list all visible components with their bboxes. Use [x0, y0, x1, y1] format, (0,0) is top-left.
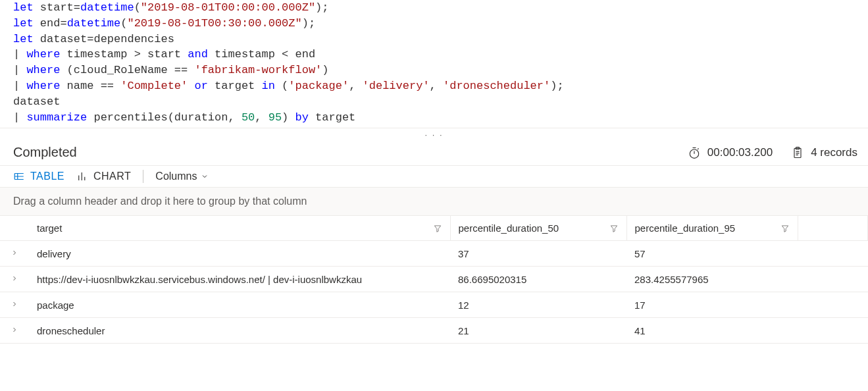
chart-icon — [76, 170, 88, 182]
splitter-handle[interactable]: · · · — [0, 128, 868, 141]
tab-chart[interactable]: CHART — [76, 170, 131, 182]
tab-chart-label: CHART — [93, 170, 131, 182]
chevron-right-icon — [11, 326, 18, 334]
expand-row-toggle[interactable] — [0, 241, 29, 267]
columns-picker[interactable]: Columns — [155, 170, 209, 182]
toolbar-separator — [143, 170, 143, 183]
cell-pad — [798, 292, 868, 318]
chevron-down-icon — [201, 172, 209, 180]
group-drop-zone[interactable]: Drag a column header and drop it here to… — [0, 188, 868, 216]
results-table: target percentile_duration_50 percentile… — [0, 216, 868, 344]
col-header-p95-label: percentile_duration_95 — [635, 222, 736, 234]
cell-pad — [798, 318, 868, 344]
tab-table-label: TABLE — [30, 170, 64, 182]
col-header-target-label: target — [37, 222, 62, 234]
clipboard-icon — [791, 146, 804, 159]
table-icon — [13, 170, 25, 182]
filter-icon[interactable] — [433, 224, 442, 233]
cell-pad — [798, 241, 868, 267]
header-row: target percentile_duration_50 percentile… — [0, 216, 868, 241]
cell-p95: 283.4255577965 — [626, 267, 798, 292]
cell-pad — [798, 267, 868, 292]
cell-p50: 21 — [450, 318, 626, 344]
filter-icon[interactable] — [780, 224, 790, 233]
record-count-value: 4 records — [811, 146, 857, 159]
table-row[interactable]: https://dev-i-iuosnlbwkzkau.servicebus.w… — [0, 267, 868, 292]
cell-p95: 41 — [626, 318, 798, 344]
query-status-label: Completed — [13, 145, 77, 160]
record-count: 4 records — [791, 146, 857, 159]
expand-row-toggle[interactable] — [0, 267, 29, 292]
cell-p50: 12 — [450, 292, 626, 318]
chevron-right-icon — [11, 300, 18, 308]
cell-target: package — [29, 292, 450, 318]
filter-icon[interactable] — [609, 224, 619, 233]
table-row[interactable]: dronescheduler2141 — [0, 318, 868, 344]
table-row[interactable]: delivery3757 — [0, 241, 868, 267]
query-duration: 00:00:03.200 — [688, 146, 773, 159]
expand-row-toggle[interactable] — [0, 318, 29, 344]
col-header-p50-label: percentile_duration_50 — [459, 222, 559, 234]
cell-p50: 86.6695020315 — [450, 267, 626, 292]
expand-row-toggle[interactable] — [0, 292, 29, 318]
cell-p50: 37 — [450, 241, 626, 267]
results-toolbar: TABLE CHART Columns — [0, 166, 868, 188]
status-bar: Completed 00:00:03.200 4 records — [0, 141, 868, 166]
chevron-right-icon — [11, 274, 18, 282]
columns-picker-label: Columns — [155, 170, 197, 182]
col-header-p50[interactable]: percentile_duration_50 — [450, 216, 626, 241]
table-row[interactable]: package1217 — [0, 292, 868, 318]
query-duration-value: 00:00:03.200 — [707, 146, 773, 159]
stopwatch-icon — [688, 146, 701, 159]
col-header-pad — [798, 216, 868, 241]
cell-target: delivery — [29, 241, 450, 267]
col-header-p95[interactable]: percentile_duration_95 — [626, 216, 798, 241]
query-editor[interactable]: let start=datetime("2019-08-01T00:00:00.… — [0, 0, 868, 128]
cell-p95: 17 — [626, 292, 798, 318]
expand-header — [0, 216, 29, 241]
chevron-right-icon — [11, 249, 18, 257]
col-header-target[interactable]: target — [29, 216, 450, 241]
cell-target: dronescheduler — [29, 318, 450, 344]
tab-table[interactable]: TABLE — [13, 170, 64, 182]
cell-target: https://dev-i-iuosnlbwkzkau.servicebus.w… — [29, 267, 450, 292]
cell-p95: 57 — [626, 241, 798, 267]
